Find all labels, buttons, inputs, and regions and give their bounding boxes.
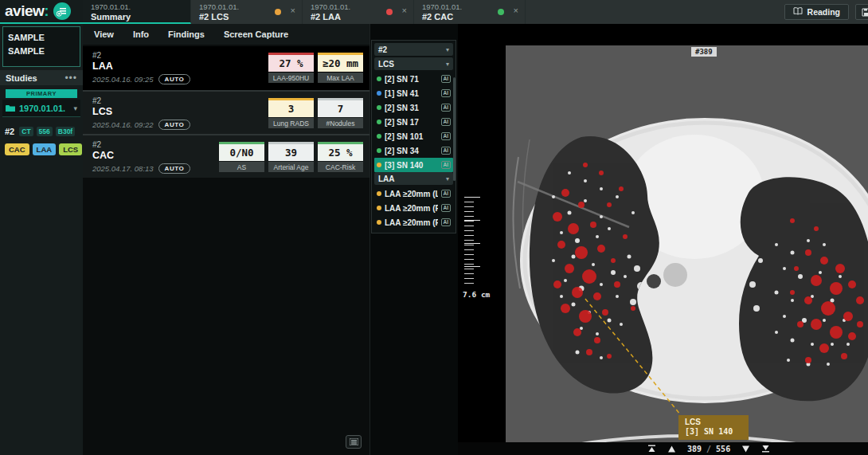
first-slice-icon[interactable] (647, 445, 656, 453)
last-slice-icon[interactable] (761, 445, 770, 453)
previous-slice-icon[interactable] (667, 445, 676, 453)
laa-finding-row[interactable]: LAA ≥20mm (R… AI (374, 215, 453, 229)
tab-label: #2 LCS (199, 12, 295, 22)
nodule-row[interactable]: [2] SN 101 AI (374, 129, 453, 143)
nodule-dot (377, 76, 381, 81)
close-icon[interactable]: × (291, 6, 295, 15)
nodule-row-selected[interactable]: [3] SN 140 AI (374, 158, 453, 172)
ct-image[interactable] (506, 45, 868, 442)
menu-view[interactable]: View (94, 29, 114, 39)
menu-screen-capture[interactable]: Screen Capture (224, 29, 288, 39)
patient-name-line1: SAMPLE (8, 31, 75, 45)
nodule-row[interactable]: [2] SN 17 AI (374, 115, 453, 129)
metric-nodule-count: 7 #Nodules (318, 98, 363, 128)
lcs-summary-card[interactable]: #2 LCS 2025.04.16. 09:22 AUTO 3 Lung RAD… (83, 90, 369, 134)
metric-lung-rads: 3 Lung RADS (268, 98, 314, 128)
metric-label: LAA-950HU (268, 73, 314, 83)
next-slice-icon[interactable] (741, 445, 750, 453)
modality-tag: CT (19, 127, 33, 136)
slice-counter: 389 / 556 (687, 445, 730, 453)
laa-finding-row[interactable]: LAA ≥20mm (L… AI (374, 186, 453, 201)
scrollbar[interactable] (453, 77, 456, 181)
study-item[interactable]: 1970.01.01. ▾ (2, 100, 80, 117)
laa-group-select[interactable]: LAA ▾ (374, 172, 453, 185)
patient-info: SAMPLE SAMPLE (2, 26, 80, 67)
metric-label: AS (219, 162, 264, 172)
cac-summary-card[interactable]: #2 CAC 2025.04.17. 08:13 AUTO 0/N0 AS 39… (83, 134, 369, 178)
nodule-label: [2] SN 17 (385, 118, 438, 127)
logo-row: aview: (0, 0, 83, 24)
tab-label: #2 LAA (311, 12, 407, 22)
series-item[interactable]: #2 CT 556 B30f (5, 127, 78, 136)
nodule-row[interactable]: [2] SN 31 AI (374, 100, 453, 115)
total-slices: 556 (716, 445, 730, 453)
laa-label: LAA ≥20mm (L… (385, 190, 438, 198)
book-icon (793, 7, 803, 17)
chevron-down-icon: ▾ (446, 61, 449, 68)
tab-summary[interactable]: 1970.01.01. Summary (83, 0, 191, 24)
lcs-module-badge[interactable]: LCS (59, 143, 82, 155)
menu-info[interactable]: Info (133, 29, 149, 39)
slice-divider: / (706, 445, 711, 453)
save-button[interactable] (855, 4, 868, 20)
tab-cac[interactable]: 1970.01.01. #2 CAC × (414, 0, 526, 24)
tab-date: 1970.01.01. (91, 2, 184, 12)
ct-viewer[interactable]: #389 7.6 cm LCS [3] SN 140 389 / 556 (458, 24, 868, 455)
nodule-row[interactable]: [2] SN 71 AI (374, 72, 453, 86)
patient-name-line2: SAMPLE (8, 45, 75, 58)
study-date: 1970.01.01. (19, 104, 69, 113)
ruler-measurement: 7.6 cm (463, 290, 490, 299)
findings-panel: #2 ▾ LCS ▾ [2] SN 71 AI [1] SN 41 AI [2]… (371, 40, 456, 233)
chevron-down-icon: ▾ (446, 46, 449, 53)
card-datetime: 2025.04.17. 08:13 (92, 164, 154, 173)
laa-module-badge[interactable]: LAA (33, 143, 57, 155)
ai-badge: AI (441, 132, 452, 140)
annotation-id: [3] SN 140 (685, 427, 744, 437)
laa-label: LAA ≥20mm (R… (385, 218, 438, 227)
series-number: #2 (5, 127, 14, 136)
nodule-row[interactable]: [1] SN 41 AI (374, 86, 453, 100)
close-icon[interactable]: × (514, 6, 518, 15)
metric-value: 3 (268, 98, 314, 117)
close-icon[interactable]: × (402, 6, 407, 15)
reading-button[interactable]: Reading (784, 4, 849, 20)
tabbar-actions: Reading (784, 0, 868, 24)
menu-findings[interactable]: Findings (168, 29, 205, 39)
studies-title: Studies (6, 73, 37, 83)
folder-icon (6, 101, 15, 116)
current-slice: 389 (687, 445, 702, 453)
ai-badge: AI (441, 161, 452, 169)
laa-select-value: LAA (378, 175, 395, 183)
chevron-down-icon[interactable]: ▾ (73, 104, 77, 112)
aview-application: aview: SAMPLE SAMPLE Studies ••• PRIMARY… (0, 0, 868, 455)
studies-menu-icon[interactable]: ••• (65, 76, 77, 80)
laa-summary-card[interactable]: #2 LAA 2025.04.16. 09:25 AUTO 27 % LAA-9… (83, 46, 369, 90)
nodule-label: [3] SN 140 (385, 161, 438, 170)
laa-dot (377, 206, 381, 210)
laa-finding-row[interactable]: LAA ≥20mm (R… AI (374, 201, 453, 215)
nodule-row[interactable]: [2] SN 34 AI (374, 143, 453, 158)
ai-badge: AI (441, 190, 452, 198)
worklist-icon[interactable] (53, 2, 71, 20)
layout-list-button[interactable] (346, 435, 362, 449)
laa-dot (377, 191, 381, 196)
series-select-value: #2 (378, 45, 387, 54)
annotation-module: LCS (685, 418, 744, 427)
summary-cards: #2 LAA 2025.04.16. 09:25 AUTO 27 % LAA-9… (83, 46, 369, 178)
ai-badge: AI (441, 118, 452, 126)
cac-module-badge[interactable]: CAC (5, 143, 29, 155)
lcs-group-select[interactable]: LCS ▾ (374, 57, 453, 70)
nodule-dot (377, 163, 381, 167)
summary-menu-bar: View Info Findings Screen Capture (83, 24, 369, 45)
nodule-label: [2] SN 101 (385, 132, 438, 141)
series-select[interactable]: #2 ▾ (374, 43, 453, 56)
card-datetime: 2025.04.16. 09:22 (92, 120, 154, 129)
tab-lcs[interactable]: 1970.01.01. #2 LCS × (191, 0, 303, 24)
metric-value: 25 % (318, 142, 363, 161)
finding-annotation[interactable]: LCS [3] SN 140 (678, 415, 749, 440)
tab-laa[interactable]: 1970.01.01. #2 LAA × (303, 0, 414, 24)
nodule-dot (377, 134, 381, 139)
ai-badge: AI (441, 204, 452, 212)
nodule-label: [2] SN 31 (385, 104, 438, 112)
primary-study-badge: PRIMARY (6, 89, 77, 98)
